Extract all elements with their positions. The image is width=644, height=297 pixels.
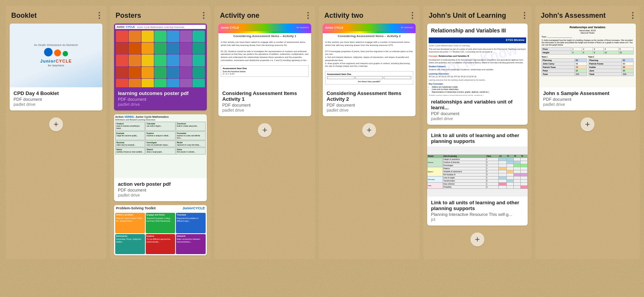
card-booklet-source: padlet drive <box>14 102 99 107</box>
card-unit-rv-info: relationships and variables unit of lear… <box>427 96 528 125</box>
card-unit-link-header-text: Link to all units of learning and other … <box>427 129 528 146</box>
column-booklet-header: Booklet <box>6 6 106 24</box>
column-activity-one-header: Activity one <box>215 6 315 24</box>
column-johns-unit: John's Unit of Learning Relationship and… <box>423 6 532 259</box>
card-thumb-unit-rv: ETSS Wicklow Junior Cycle Mathematics Un… <box>427 36 528 96</box>
card-thumb-activity2: JuniorCYCLE for teachers Considering Ass… <box>323 24 416 87</box>
column-posters-menu[interactable] <box>201 11 206 20</box>
card-poster-lo-title: learning outcomes poster pdf <box>118 90 203 96</box>
card-assess-sample-info: John s Sample Assessment PDF document pa… <box>539 87 636 110</box>
card-booklet-title: CPD Day 4 Booklet <box>14 90 99 96</box>
card-activity2-type: PDF document <box>327 103 412 107</box>
card-thumb-poster-av: Action VERBS: Junior Cycle MathematicsDe… <box>114 114 207 178</box>
column-activity-two-menu[interactable] <box>410 11 415 20</box>
column-johns-unit-body: Relationship and Variables III ETSS Wick… <box>423 24 532 259</box>
column-johns-assessment-title: John's Assessment <box>541 12 606 20</box>
card-unit-link-source: jct <box>431 217 524 222</box>
column-booklet-menu[interactable] <box>97 11 102 20</box>
card-thumb-activity1: JuniorCYCLE for teachers Considering Ass… <box>218 24 311 87</box>
card-unit-link-display-title: Link to all units of learning and other … <box>431 132 524 144</box>
column-activity-two-header: Activity two <box>319 6 419 24</box>
column-johns-assessment-menu[interactable] <box>630 11 635 20</box>
card-poster-av-info: action verb poster pdf PDF document padl… <box>114 178 207 201</box>
add-johns-assessment-button[interactable]: + <box>581 117 595 131</box>
column-posters-header: Posters <box>110 6 211 24</box>
card-assess-sample-source: padlet drive <box>543 102 632 107</box>
column-booklet: Booklet An tSraith Shóisearach do Múinte… <box>6 6 106 259</box>
card-thumb-poster-ps: Problem-Solving Toolkit JuniorCYCLE Defi… <box>114 205 207 255</box>
column-activity-one-menu[interactable] <box>306 11 310 20</box>
column-posters-title: Posters <box>116 12 141 20</box>
board: Booklet An tSraith Shóisearach do Múinte… <box>0 0 644 265</box>
card-activity1-source: padlet drive <box>222 108 307 112</box>
card-activity1-type: PDF document <box>222 103 307 107</box>
card-activity1-info: Considering Assessment Items Activity 1 … <box>218 87 311 116</box>
card-activity2-info: Considering Assessment Items Activity 2 … <box>323 87 416 116</box>
card-unit-link-info: Link to all units of learning and other … <box>427 197 528 226</box>
add-activity-two-button[interactable]: + <box>362 123 376 137</box>
card-thumb-booklet: An tSraith Shóisearach do Múinteoirí Jun… <box>10 24 102 87</box>
column-johns-unit-menu[interactable] <box>522 11 527 20</box>
column-activity-two-body: JuniorCYCLE for teachers Considering Ass… <box>319 24 419 259</box>
column-activity-one: Activity one JuniorCYCLE for teachers Co… <box>215 6 315 259</box>
card-poster-lo-info: learning outcomes poster pdf PDF documen… <box>114 87 207 110</box>
card-activity1-title: Considering Assessment Items Activity 1 <box>222 90 307 102</box>
add-activity-one-button[interactable]: + <box>258 123 272 137</box>
card-unit-link-type: Planning Interactive Resource This self-… <box>431 212 524 217</box>
column-activity-one-title: Activity one <box>220 12 259 20</box>
card-poster-lo-source: padlet drive <box>118 102 203 107</box>
card-unit-link[interactable]: Link to all units of learning and other … <box>427 129 528 226</box>
card-assess-sample-title: John s Sample Assessment <box>543 90 632 96</box>
column-booklet-title: Booklet <box>11 12 37 20</box>
column-johns-unit-title: John's Unit of Learning <box>429 12 506 20</box>
column-johns-unit-header: John's Unit of Learning <box>423 6 532 24</box>
add-booklet-button[interactable]: + <box>49 117 63 131</box>
column-johns-assessment: John's Assessment Relationships and Vari… <box>535 6 640 259</box>
card-poster-lo[interactable]: JuniorCYCLE Junior Cycle Mathematics Lea… <box>114 24 207 110</box>
column-activity-two-title: Activity two <box>324 12 363 20</box>
card-unit-rv-title: relationships and variables unit of lear… <box>431 99 524 110</box>
column-johns-assessment-body: Relationships and Variables November 201… <box>535 24 640 259</box>
card-thumb-assess-sample: Relationships and Variables November 201… <box>539 24 636 87</box>
column-activity-two: Activity two JuniorCYCLE for teachers Co… <box>319 6 419 259</box>
card-poster-av-type: PDF document <box>118 188 203 192</box>
column-booklet-body: An tSraith Shóisearach do Múinteoirí Jun… <box>6 24 106 259</box>
card-booklet-cpd[interactable]: An tSraith Shóisearach do Múinteoirí Jun… <box>10 24 102 110</box>
card-unit-rv[interactable]: Relationship and Variables III ETSS Wick… <box>427 24 528 125</box>
card-unit-rv-type: PDF document <box>431 111 524 116</box>
card-thumb-unit-link: Strand Unit of Learning Class LO T1 T2 T… <box>427 146 528 197</box>
card-unit-rv-header-text: Relationship and Variables III <box>427 24 528 36</box>
card-booklet-info: CPD Day 4 Booklet PDF document padlet dr… <box>10 87 102 110</box>
column-johns-assessment-header: John's Assessment <box>535 6 640 24</box>
card-poster-av[interactable]: Action VERBS: Junior Cycle MathematicsDe… <box>114 114 207 201</box>
card-assess-sample[interactable]: Relationships and Variables November 201… <box>539 24 636 110</box>
card-assess-sample-type: PDF document <box>543 97 632 102</box>
card-unit-rv-display-title: Relationship and Variables III <box>431 27 524 34</box>
card-poster-lo-type: PDF document <box>118 97 203 102</box>
card-poster-ps[interactable]: Problem-Solving Toolkit JuniorCYCLE Defi… <box>114 205 207 255</box>
card-thumb-poster-lo: JuniorCYCLE Junior Cycle Mathematics Lea… <box>114 24 207 87</box>
card-poster-av-title: action verb poster pdf <box>118 181 203 187</box>
card-activity1[interactable]: JuniorCYCLE for teachers Considering Ass… <box>218 24 311 116</box>
card-unit-link-title: Link to all units of learning and other … <box>431 200 524 211</box>
card-unit-rv-source: padlet drive <box>431 116 524 121</box>
add-johns-unit-button[interactable]: + <box>470 233 484 246</box>
card-poster-av-source: padlet drive <box>118 193 203 197</box>
card-activity2[interactable]: JuniorCYCLE for teachers Considering Ass… <box>323 24 416 116</box>
card-activity2-title: Considering Assessment Items Activity 2 <box>327 90 412 102</box>
card-booklet-type: PDF document <box>14 97 99 102</box>
card-activity2-source: padlet drive <box>327 108 412 112</box>
column-posters: Posters JuniorCYCLE Junior Cycle Mathema… <box>110 6 211 259</box>
column-posters-body: JuniorCYCLE Junior Cycle Mathematics Lea… <box>110 24 211 259</box>
column-activity-one-body: JuniorCYCLE for teachers Considering Ass… <box>215 24 315 259</box>
